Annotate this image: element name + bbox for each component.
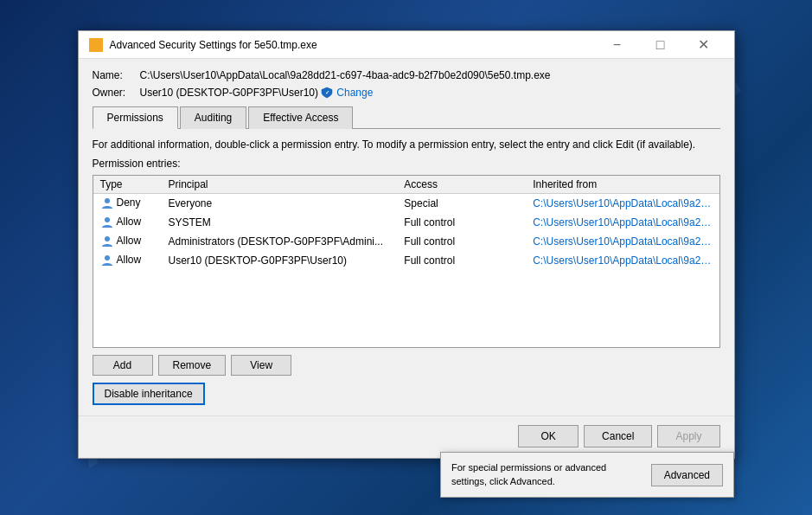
cell-principal: SYSTEM: [161, 213, 397, 232]
svg-point-6: [105, 255, 110, 261]
dialog-content: Name: C:\Users\User10\AppData\Local\9a28…: [79, 59, 734, 415]
inheritance-section: Disable inheritance: [93, 376, 720, 405]
window-controls: − □ ✕: [598, 35, 724, 55]
owner-label: Owner:: [93, 87, 140, 99]
cell-inherited: C:\Users\User10\AppData\Local\9a28dd21-.…: [526, 213, 719, 232]
title-bar-left: Advanced Security Settings for 5e50.tmp.…: [89, 38, 317, 52]
cell-principal: Everyone: [161, 193, 397, 213]
maximize-button[interactable]: □: [641, 35, 681, 55]
name-value: C:\Users\User10\AppData\Local\9a28dd21-c…: [140, 69, 551, 81]
add-button[interactable]: Add: [93, 355, 153, 376]
minimize-button[interactable]: −: [598, 35, 637, 55]
col-header-inherited: Inherited from: [526, 176, 719, 194]
cell-access: Full control: [397, 251, 526, 270]
svg-rect-1: [89, 40, 95, 43]
svg-point-5: [105, 236, 110, 241]
tab-auditing[interactable]: Auditing: [180, 106, 246, 129]
cell-access: Special: [397, 193, 526, 213]
tab-bar: Permissions Auditing Effective Access: [93, 106, 720, 129]
cell-access: Full control: [397, 213, 526, 232]
close-button[interactable]: ✕: [684, 35, 724, 55]
cell-type: Allow: [93, 232, 162, 251]
title-bar: Advanced Security Settings for 5e50.tmp.…: [79, 31, 734, 59]
owner-value: User10 (DESKTOP-G0PF3PF\User10): [140, 87, 319, 99]
change-link[interactable]: Change: [336, 87, 373, 99]
table-action-buttons: Add Remove View: [93, 355, 720, 376]
table-row[interactable]: Allow SYSTEM Full control C:\Users\User1…: [93, 213, 719, 232]
ok-button[interactable]: OK: [518, 425, 579, 447]
advanced-button[interactable]: Advanced: [651, 464, 723, 486]
permissions-table: Type Principal Access Inherited from Den…: [93, 176, 719, 270]
cell-inherited: C:\Users\User10\AppData\Local\9a28dd21-.…: [526, 251, 719, 270]
info-text: For additional information, double-click…: [93, 138, 720, 152]
view-button[interactable]: View: [231, 355, 291, 376]
advanced-security-dialog: Advanced Security Settings for 5e50.tmp.…: [78, 30, 735, 459]
cell-type: Allow: [93, 251, 162, 270]
cancel-button[interactable]: Cancel: [584, 425, 652, 447]
col-header-access: Access: [397, 176, 526, 194]
tab-effective-access[interactable]: Effective Access: [248, 106, 353, 129]
tab-permissions[interactable]: Permissions: [93, 106, 178, 129]
svg-point-3: [105, 198, 110, 203]
apply-button[interactable]: Apply: [657, 425, 719, 447]
cell-principal: User10 (DESKTOP-G0PF3PF\User10): [161, 251, 397, 270]
cell-type: Deny: [93, 193, 162, 213]
cell-principal: Administrators (DESKTOP-G0PF3PF\Admini..…: [161, 232, 397, 251]
section-label: Permission entries:: [93, 158, 720, 170]
shield-icon: ✓: [321, 87, 333, 99]
col-header-type: Type: [93, 176, 162, 194]
table-row[interactable]: Allow User10 (DESKTOP-G0PF3PF\User10) Fu…: [93, 251, 719, 270]
disable-inheritance-button[interactable]: Disable inheritance: [93, 383, 205, 405]
secondary-dialog-text: For special permissions or advanced sett…: [451, 461, 643, 488]
cell-type: Allow: [93, 213, 162, 232]
name-row: Name: C:\Users\User10\AppData\Local\9a28…: [93, 69, 720, 81]
cell-inherited: C:\Users\User10\AppData\Local\9a28dd21-.…: [526, 193, 719, 213]
cell-inherited: C:\Users\User10\AppData\Local\9a28dd21-.…: [526, 232, 719, 251]
svg-text:✓: ✓: [325, 90, 329, 95]
folder-icon: [89, 38, 103, 52]
advanced-settings-dialog: For special permissions or advanced sett…: [440, 452, 734, 498]
cell-access: Full control: [397, 232, 526, 251]
dialog-title: Advanced Security Settings for 5e50.tmp.…: [110, 39, 317, 51]
remove-button[interactable]: Remove: [158, 355, 227, 376]
col-header-principal: Principal: [161, 176, 397, 194]
svg-point-4: [105, 217, 110, 222]
name-label: Name:: [93, 69, 140, 81]
permissions-table-container: Type Principal Access Inherited from Den…: [93, 175, 720, 348]
table-row[interactable]: Allow Administrators (DESKTOP-G0PF3PF\Ad…: [93, 232, 719, 251]
owner-row: Owner: User10 (DESKTOP-G0PF3PF\User10) ✓…: [93, 87, 720, 99]
table-row[interactable]: Deny Everyone Special C:\Users\User10\Ap…: [93, 193, 719, 213]
